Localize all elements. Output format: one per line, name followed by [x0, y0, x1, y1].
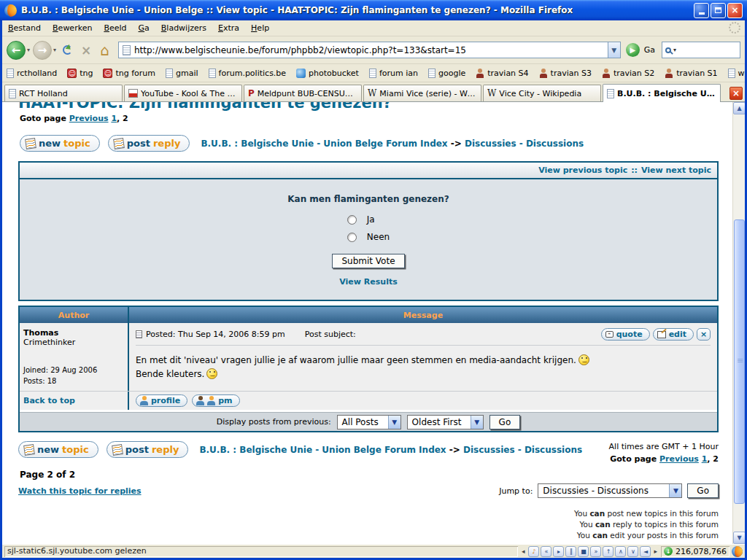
avatar-icon [602, 69, 611, 78]
forum-link[interactable]: Discussies - Discussions [463, 445, 582, 455]
menu-bestand[interactable]: Bestand [2, 22, 47, 34]
new-topic-button[interactable]: newtopic [20, 135, 100, 152]
media-eject-icon[interactable]: ↑ [603, 546, 614, 557]
search-dropdown-icon[interactable]: ▾ [673, 47, 676, 53]
post-body: En met dit 'niveau' vragen jullie je af … [136, 354, 711, 381]
volume-down-icon[interactable]: ∨ [627, 546, 638, 557]
menu-help[interactable]: Help [245, 22, 275, 34]
back-to-top-link[interactable]: Back to top [23, 396, 75, 405]
url-dropdown-icon[interactable]: ▼ [608, 42, 620, 58]
scroll-up-icon[interactable]: ▲ [733, 102, 745, 114]
submit-vote-button[interactable]: Submit Vote [332, 254, 404, 268]
message-column-header: Message [129, 307, 717, 323]
scrollbar-thumb[interactable] [734, 219, 745, 504]
go-button-label[interactable]: Ga [644, 45, 655, 55]
back-dropdown-icon[interactable]: ▾ [27, 47, 30, 53]
bookmark-travian-s3[interactable]: travian S3 [539, 69, 592, 78]
close-button[interactable]: × [727, 3, 743, 18]
post-reply-button[interactable]: postreply [108, 135, 190, 152]
bookmark-tng[interactable]: ☺tng [67, 69, 93, 78]
bookmark-travian-s2[interactable]: travian S2 [602, 69, 654, 78]
page-1-link[interactable]: 1 [111, 114, 117, 123]
bookmark-travian-s4[interactable]: travian S4 [476, 69, 528, 78]
radio-ja[interactable] [347, 215, 357, 225]
go-button-icon[interactable]: ▶ [626, 43, 640, 57]
forward-dropdown-icon[interactable]: ▾ [53, 47, 56, 53]
jump-go-button[interactable]: Go [687, 483, 719, 498]
edit-button[interactable]: edit [653, 328, 694, 341]
music-note-icon[interactable]: ♪ [528, 546, 539, 557]
forum-index-link[interactable]: B.U.B. : Belgische Unie - Union Belge Fo… [199, 445, 446, 455]
media-pause-icon[interactable]: ‖ [565, 546, 576, 557]
back-button[interactable]: ← [7, 41, 26, 60]
display-go-button[interactable]: Go [489, 415, 521, 429]
scroll-down-icon[interactable]: ▼ [733, 532, 745, 544]
search-input[interactable]: ▾ [662, 42, 740, 58]
forward-button[interactable]: → [33, 41, 52, 60]
view-next-topic-link[interactable]: View next topic [641, 166, 711, 175]
previous-page-link-bottom[interactable]: Previous [659, 454, 699, 464]
menu-extra[interactable]: Extra [212, 22, 245, 34]
post-reply-button-bottom[interactable]: postreply [107, 441, 189, 458]
watch-topic-link[interactable]: Watch this topic for replies [18, 486, 142, 496]
bookmark-forum-ian[interactable]: forum ian [369, 69, 418, 78]
bookmark-travian-s1[interactable]: travian S1 [665, 69, 717, 78]
author-name[interactable]: Thomas [23, 328, 125, 338]
firefox-statusbar-icon[interactable] [732, 546, 743, 557]
wikipedia-icon: W [368, 88, 376, 98]
bookmark-rctholland[interactable]: rctholland [7, 69, 57, 78]
bookmark-wiki[interactable]: wiki [728, 69, 745, 78]
bookmark-gmail[interactable]: gmail [166, 69, 198, 78]
restore-button[interactable] [711, 3, 726, 18]
download-icon: ↓ [664, 547, 673, 556]
tab-youtube[interactable]: YouTube - Kool & The Gan... [124, 85, 242, 101]
jump-to-select[interactable]: Discussies - Discussions▼ [538, 483, 682, 498]
media-overflow-left-icon[interactable]: ◂ [520, 548, 527, 555]
bookmark-photobucket[interactable]: photobucket [296, 69, 359, 78]
tab-rct-holland[interactable]: RCT Holland [4, 85, 123, 101]
radio-neen[interactable] [347, 233, 357, 242]
forum-index-link[interactable]: B.U.B. : Belgische Unie - Union Belge Fo… [201, 139, 447, 149]
sort-order-select[interactable]: Oldest First▼ [407, 415, 484, 429]
media-stop-icon[interactable]: ■ [578, 546, 589, 557]
tab-bub-active[interactable]: B.U.B. : Belgische Unie ... [603, 84, 721, 102]
reload-icon[interactable] [63, 45, 72, 55]
new-topic-button-bottom[interactable]: newtopic [18, 441, 98, 458]
vertical-scrollbar[interactable]: ▲ ▼ [732, 102, 745, 544]
stop-icon[interactable]: × [81, 43, 91, 58]
previous-page-link[interactable]: Previous [69, 114, 109, 123]
url-bar[interactable]: ▼ [118, 42, 621, 58]
view-results-link[interactable]: View Results [339, 277, 397, 287]
tab-vice-city[interactable]: WVice City - Wikipedia [483, 85, 601, 101]
page-icon [428, 69, 436, 78]
menu-bewerken[interactable]: Bewerken [47, 22, 98, 34]
pm-button[interactable]: pm [192, 394, 239, 407]
media-play-icon[interactable]: ▸ [553, 546, 564, 557]
tab-close-icon[interactable]: × [729, 87, 743, 100]
speaker-icon[interactable]: ◄ [640, 546, 651, 557]
posts-filter-select[interactable]: All Posts▼ [337, 415, 401, 429]
menu-bladwijzers[interactable]: Bladwijzers [155, 22, 212, 34]
smiley-icon: ☺ [67, 69, 77, 78]
tab-miami-vice[interactable]: WMiami Vice (serie) - Wikipedia [363, 85, 481, 101]
bookmark-forum-politics[interactable]: forum.politics.be [209, 69, 287, 78]
media-prev-icon[interactable]: « [541, 546, 551, 557]
media-overflow-right-icon[interactable]: ▸ [652, 548, 659, 555]
menu-beeld[interactable]: Beeld [98, 22, 132, 34]
profile-button[interactable]: profile [136, 394, 187, 407]
bookmark-google[interactable]: google [428, 69, 465, 78]
bookmark-tng-forum[interactable]: ☺tng forum [103, 69, 155, 78]
media-next-icon[interactable]: » [590, 546, 601, 557]
menu-ga[interactable]: Ga [133, 22, 155, 34]
volume-up-icon[interactable]: ∧ [615, 546, 626, 557]
page-icon [209, 69, 216, 78]
delete-post-button[interactable]: × [697, 328, 711, 341]
tab-meldpunt[interactable]: PMeldpunt BUB-CENSUUR -... [244, 85, 362, 101]
home-icon[interactable]: ⌂ [100, 42, 109, 59]
view-previous-topic-link[interactable]: View previous topic [538, 166, 627, 175]
quote-button[interactable]: ❞quote [601, 328, 650, 341]
download-counter[interactable]: ↓ 216,078,766 [661, 546, 729, 557]
url-input[interactable] [134, 45, 608, 55]
forum-link[interactable]: Discussies - Discussions [465, 139, 584, 149]
minimize-button[interactable] [694, 3, 709, 18]
